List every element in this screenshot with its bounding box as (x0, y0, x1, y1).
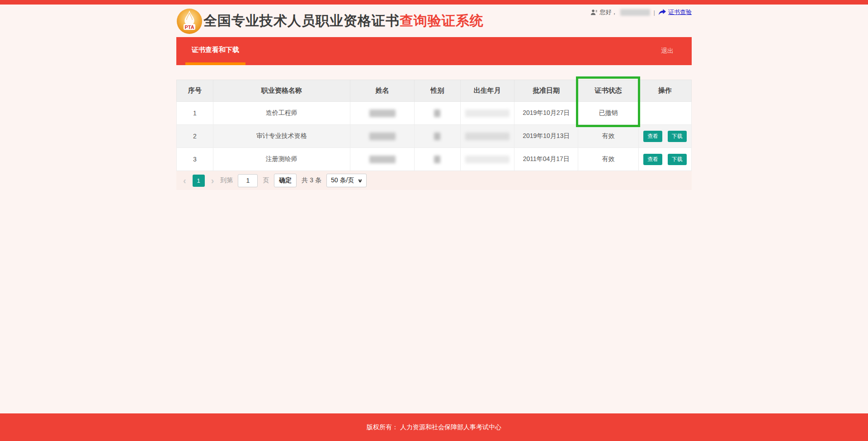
cell-birth (460, 148, 514, 171)
cell-status: 有效 (578, 125, 638, 148)
redacted-gender (434, 133, 440, 140)
prev-page-chevron[interactable]: ‹ (182, 176, 188, 185)
page-1-button[interactable]: 1 (193, 175, 205, 187)
table-row: 1 造价工程师 2019年10月27日 已撤销 (177, 102, 692, 125)
copyright-text: 版权所有： 人力资源和社会保障部人事考试中心 (367, 423, 501, 432)
download-button[interactable]: 下载 (668, 154, 687, 165)
page-title-main: 全国专业技术人员职业资格证书 (203, 13, 400, 28)
svg-text:PTA: PTA (184, 24, 194, 30)
user-icon (590, 9, 597, 16)
user-bar: 您好， | 证书查验 (590, 8, 692, 16)
col-header-status: 证书状态 (578, 80, 638, 102)
redacted-birthdate (465, 156, 509, 163)
cell-status: 已撤销 (578, 102, 638, 125)
view-button[interactable]: 查看 (643, 154, 662, 165)
footer-bar: 版权所有： 人力资源和社会保障部人事考试中心 (0, 413, 868, 441)
cell-index: 1 (177, 102, 213, 125)
cell-index: 3 (177, 148, 213, 171)
col-header-approval-date: 批准日期 (514, 80, 578, 102)
cell-name (350, 125, 414, 148)
page-title-accent: 查询验证系统 (400, 13, 484, 28)
redacted-birthdate (465, 133, 509, 140)
cell-status: 有效 (578, 148, 638, 171)
pagination-bar: ‹ 1 › 到第 页 确定 共 3 条 50 条/页 ∨ (176, 171, 692, 190)
tab-view-download-certificates[interactable]: 证书查看和下载 (185, 37, 245, 65)
top-accent-bar (0, 0, 868, 5)
cell-gender (415, 125, 460, 148)
header: PTA 全国专业技术人员职业资格证书查询验证系统 您好， | 证书查验 (176, 5, 692, 37)
redacted-gender (434, 156, 440, 163)
cell-qualification: 审计专业技术资格 (213, 125, 350, 148)
greeting-text: 您好， (600, 8, 618, 16)
cell-approval-date: 2011年04月17日 (514, 148, 578, 171)
goto-prefix-label: 到第 (220, 176, 233, 185)
page-size-select[interactable]: 50 条/页 ∨ (326, 174, 367, 187)
redacted-birthdate (465, 109, 509, 117)
certificates-panel: 序号 职业资格名称 姓名 性别 出生年月 批准日期 证书状态 操作 1 造价工程… (176, 80, 692, 190)
col-header-name: 姓名 (350, 80, 414, 102)
total-count-label: 共 3 条 (302, 176, 321, 185)
goto-suffix-label: 页 (263, 176, 269, 185)
main-nav: 证书查看和下载 退出 (176, 37, 692, 65)
cell-actions: 查看 下载 (638, 148, 691, 171)
cell-birth (460, 102, 514, 125)
redacted-gender (434, 109, 440, 117)
cell-approval-date: 2019年10月13日 (514, 125, 578, 148)
pta-logo-icon: PTA (176, 8, 203, 34)
logout-button[interactable]: 退出 (661, 37, 674, 65)
forward-arrow-icon (659, 9, 666, 15)
cell-qualification: 造价工程师 (213, 102, 350, 125)
table-row: 2 审计专业技术资格 2019年10月13日 有效 查看 下载 (177, 125, 692, 148)
chevron-down-icon: ∨ (357, 178, 363, 184)
cell-approval-date: 2019年10月27日 (514, 102, 578, 125)
col-header-birth: 出生年月 (460, 80, 514, 102)
cell-gender (415, 148, 460, 171)
redacted-name (369, 109, 396, 117)
cell-name (350, 148, 414, 171)
divider-pipe: | (654, 9, 655, 16)
confirm-button[interactable]: 确定 (274, 174, 297, 187)
certificates-table: 序号 职业资格名称 姓名 性别 出生年月 批准日期 证书状态 操作 1 造价工程… (176, 80, 692, 171)
col-header-qualification: 职业资格名称 (213, 80, 350, 102)
next-page-chevron[interactable]: › (210, 176, 216, 185)
cell-actions: 查看 下载 (638, 125, 691, 148)
redacted-username (620, 9, 650, 16)
cell-index: 2 (177, 125, 213, 148)
table-row: 3 注册测绘师 2011年04月17日 有效 查看 下载 (177, 148, 692, 171)
cell-birth (460, 125, 514, 148)
cell-actions (638, 102, 691, 125)
cell-name (350, 102, 414, 125)
brand: PTA 全国专业技术人员职业资格证书查询验证系统 (176, 7, 484, 34)
cell-qualification: 注册测绘师 (213, 148, 350, 171)
redacted-name (369, 156, 396, 163)
view-button[interactable]: 查看 (643, 131, 662, 142)
page-size-value: 50 条/页 (331, 176, 354, 185)
col-header-actions: 操作 (638, 80, 691, 102)
col-header-gender: 性别 (415, 80, 460, 102)
certificate-verify-label: 证书查验 (668, 8, 692, 16)
page-number-input[interactable] (238, 174, 258, 187)
col-header-index: 序号 (177, 80, 213, 102)
page-title: 全国专业技术人员职业资格证书查询验证系统 (203, 12, 484, 30)
redacted-name (369, 133, 396, 140)
certificate-verify-link[interactable]: 证书查验 (659, 8, 692, 16)
download-button[interactable]: 下载 (668, 131, 687, 142)
cell-gender (415, 102, 460, 125)
table-header-row: 序号 职业资格名称 姓名 性别 出生年月 批准日期 证书状态 操作 (177, 80, 692, 102)
